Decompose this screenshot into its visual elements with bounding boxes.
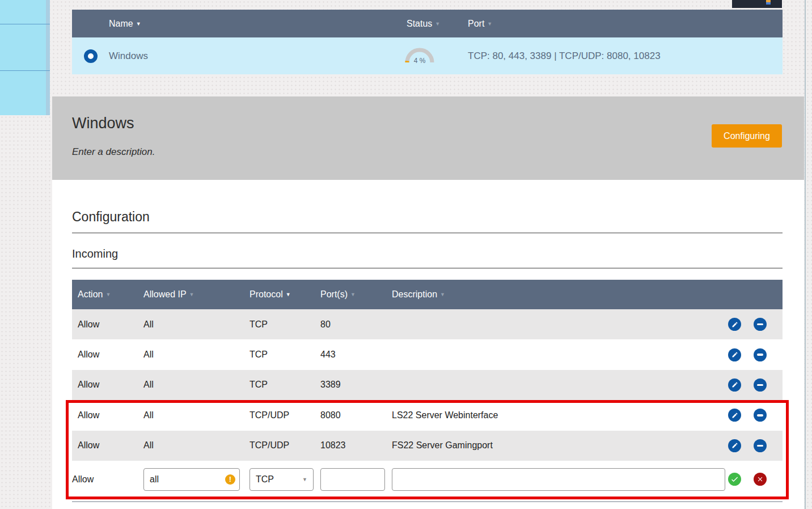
column-header-label: Protocol [249,289,283,299]
sort-caret-icon: ▼ [286,292,291,297]
rule-ports: 3389 [320,380,392,390]
column-header-label: Allowed IP [143,289,187,299]
rule-row: Allow All TCP/UDP 8080 LS22 Server Webin… [72,400,783,430]
rule-protocol: TCP [249,380,320,390]
pencil-icon [731,442,738,449]
rule-allowed-ip: All [143,380,249,390]
rule-allowed-ip: All [143,319,249,330]
description-input[interactable] [392,468,725,491]
edit-rule-button[interactable] [728,378,741,392]
rule-protocol: TCP [249,319,320,330]
column-header-label: Port [468,19,484,28]
server-name: Windows [109,51,407,62]
pencil-icon [731,412,738,419]
rule-allowed-ip: All [143,440,249,451]
rules-table-header: Action▼ Allowed IP▼ Protocol▼ Port(s)▼ D… [72,280,783,309]
server-title: Windows [72,115,134,132]
column-header-label: Status [407,19,432,28]
rule-ports: 8080 [320,410,392,420]
status-percent-label: 4 % [403,57,436,65]
ports-input[interactable] [320,468,385,491]
minus-icon [757,445,763,447]
minus-icon [757,323,763,326]
rule-ports: 443 [320,350,392,360]
remove-rule-button[interactable] [754,378,767,392]
column-header-name[interactable]: Name▼ [109,19,407,29]
rule-allowed-ip: All [143,410,249,420]
scroll-edge-line [805,0,806,509]
section-divider [72,268,783,268]
cancel-rule-button[interactable] [754,473,767,486]
column-header-port[interactable]: Port▼ [468,19,783,29]
rule-protocol: TCP/UDP [249,440,320,451]
validation-warning-icon: ! [225,474,235,485]
incoming-rules-table: Action▼ Allowed IP▼ Protocol▼ Port(s)▼ D… [72,280,783,498]
rule-row: Allow All TCP 80 [72,309,783,339]
sort-caret-icon: ▼ [350,292,356,297]
check-icon [730,475,739,483]
minus-icon [757,384,763,386]
protocol-select-value: TCP [256,474,274,485]
sort-caret-icon: ▼ [105,292,111,297]
remove-rule-button[interactable] [754,409,767,422]
rule-protocol: TCP/UDP [249,410,320,420]
column-header-description[interactable]: Description▼ [392,289,728,300]
column-header-protocol[interactable]: Protocol▼ [249,289,320,300]
status-gauge: 4 % [403,47,436,65]
servers-table-header: Name▼ Status▼ Port▼ [72,10,783,37]
column-header-label: Description [392,289,437,299]
partial-toolbar-button[interactable] [732,0,782,8]
chevron-down-icon: ▼ [302,477,307,482]
rule-ports: 80 [320,319,392,330]
new-rule-form-row: Allow ! TCP ▼ [72,461,783,498]
server-description-placeholder[interactable]: Enter a description. [72,146,155,158]
rule-action: Allow [72,350,143,360]
remove-rule-button[interactable] [754,348,767,361]
rules-rows-container: Allow All TCP 80 Allow All TCP 443 [72,309,783,461]
edit-rule-button[interactable] [728,439,741,452]
server-detail-header: Windows Enter a description. Configuring [52,96,804,180]
configuring-status-button[interactable]: Configuring [712,124,782,148]
partial-toolbar-icon [766,0,771,5]
column-header-action[interactable]: Action▼ [72,289,143,300]
sort-caret-icon: ▼ [136,21,141,27]
column-header-allowed-ip[interactable]: Allowed IP▼ [143,289,249,300]
column-header-status[interactable]: Status▼ [407,19,468,29]
sort-caret-icon: ▼ [189,292,194,297]
close-icon [756,476,764,483]
incoming-heading: Incoming [72,247,118,260]
column-header-label: Action [78,289,103,299]
rule-action: Allow [72,380,143,390]
rule-action: Allow [72,410,143,420]
rule-row: Allow All TCP/UDP 10823 FS22 Server Gami… [72,431,783,461]
rule-description: LS22 Server Webinterface [392,410,728,420]
rule-ports: 10823 [320,440,392,451]
section-divider [72,233,783,233]
servers-table: Name▼ Status▼ Port▼ Windows 4 % TCP: 80,… [72,10,783,74]
configuration-heading: Configuration [72,209,150,225]
server-row-windows[interactable]: Windows 4 % TCP: 80, 443, 3389 | TCP/UDP… [72,37,783,74]
column-header-ports[interactable]: Port(s)▼ [320,289,392,300]
server-radio-selected[interactable] [84,49,98,63]
protocol-select[interactable]: TCP ▼ [249,468,314,491]
sidebar-divider [0,70,50,71]
edit-rule-button[interactable] [728,318,741,331]
confirm-rule-button[interactable] [728,473,741,486]
rule-allowed-ip: All [143,350,249,360]
sidebar-fragment [0,0,50,115]
rule-row: Allow All TCP 3389 [72,370,783,400]
minus-icon [757,414,763,417]
remove-rule-button[interactable] [754,318,767,331]
rule-description: FS22 Server Gamingport [392,440,728,451]
pencil-icon [731,381,738,388]
column-header-label: Name [109,19,133,28]
edit-rule-button[interactable] [728,348,741,361]
minus-icon [757,354,763,356]
edit-rule-button[interactable] [728,409,741,422]
pencil-icon [731,351,738,358]
pencil-icon [731,321,738,328]
remove-rule-button[interactable] [754,439,767,452]
sort-caret-icon: ▼ [487,21,492,27]
sort-caret-icon: ▼ [435,21,440,27]
rule-action: Allow [72,440,143,451]
